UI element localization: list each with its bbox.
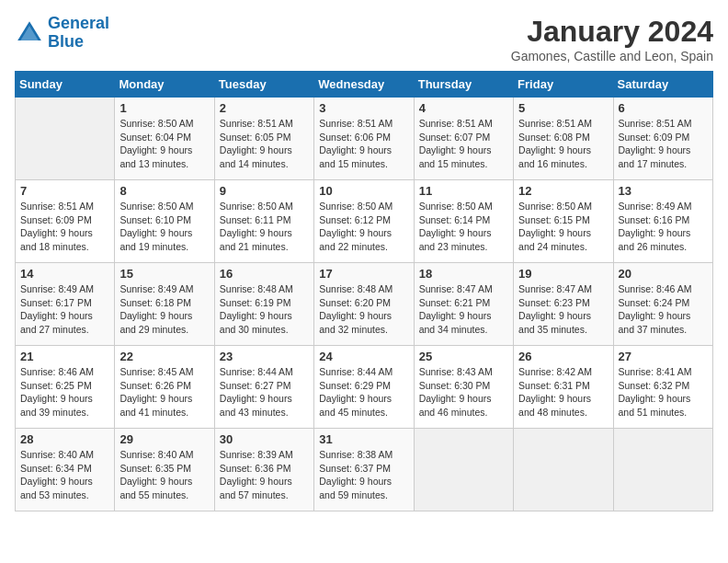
day-number: 23 (220, 350, 309, 363)
calendar-week-row: 28 Sunrise: 8:40 AM Sunset: 6:34 PM Dayl… (16, 429, 713, 511)
table-row: 23 Sunrise: 8:44 AM Sunset: 6:27 PM Dayl… (214, 346, 313, 429)
sunset-text: Sunset: 6:12 PM (319, 213, 408, 227)
table-row: 5 Sunrise: 8:51 AM Sunset: 6:08 PM Dayli… (514, 98, 613, 180)
daylight-text: Daylight: 9 hours and 14 minutes. (220, 144, 309, 170)
sunrise-text: Sunrise: 8:39 AM (220, 448, 309, 462)
table-row: 22 Sunrise: 8:45 AM Sunset: 6:26 PM Dayl… (115, 346, 214, 429)
day-number: 5 (518, 101, 608, 115)
cell-info: Sunrise: 8:38 AM Sunset: 6:37 PM Dayligh… (319, 448, 408, 502)
sunset-text: Sunset: 6:17 PM (20, 296, 109, 310)
day-number: 1 (119, 101, 209, 115)
daylight-text: Daylight: 9 hours and 15 minutes. (319, 144, 408, 170)
sunrise-text: Sunrise: 8:51 AM (20, 200, 109, 213)
table-row: 6 Sunrise: 8:51 AM Sunset: 6:09 PM Dayli… (613, 98, 712, 180)
calendar-week-row: 21 Sunrise: 8:46 AM Sunset: 6:25 PM Dayl… (16, 346, 713, 429)
daylight-text: Daylight: 9 hours and 53 minutes. (20, 475, 109, 501)
sunrise-text: Sunrise: 8:51 AM (319, 117, 408, 131)
sunset-text: Sunset: 6:32 PM (619, 379, 708, 393)
daylight-text: Daylight: 9 hours and 51 minutes. (619, 392, 708, 419)
table-row (16, 98, 115, 180)
sunset-text: Sunset: 6:04 PM (119, 131, 209, 144)
col-tuesday: Tuesday (214, 72, 313, 98)
table-row: 27 Sunrise: 8:41 AM Sunset: 6:32 PM Dayl… (613, 346, 712, 429)
sunset-text: Sunset: 6:08 PM (518, 131, 608, 144)
daylight-text: Daylight: 9 hours and 23 minutes. (419, 226, 508, 253)
daylight-text: Daylight: 9 hours and 15 minutes. (419, 144, 508, 170)
sunset-text: Sunset: 6:09 PM (20, 213, 109, 227)
calendar-table: Sunday Monday Tuesday Wednesday Thursday… (15, 71, 713, 511)
day-number: 29 (119, 432, 209, 446)
day-number: 9 (220, 184, 309, 198)
sunset-text: Sunset: 6:07 PM (419, 131, 508, 144)
sunrise-text: Sunrise: 8:51 AM (419, 117, 508, 131)
logo: General Blue (15, 15, 109, 52)
table-row: 26 Sunrise: 8:42 AM Sunset: 6:31 PM Dayl… (514, 346, 613, 429)
table-row: 13 Sunrise: 8:49 AM Sunset: 6:16 PM Dayl… (613, 180, 712, 263)
sunset-text: Sunset: 6:34 PM (20, 462, 109, 476)
sunrise-text: Sunrise: 8:51 AM (518, 117, 608, 131)
day-number: 24 (319, 350, 408, 363)
sunrise-text: Sunrise: 8:49 AM (619, 200, 708, 213)
sunset-text: Sunset: 6:09 PM (619, 131, 708, 144)
day-number: 14 (20, 267, 109, 281)
day-number: 26 (518, 350, 608, 363)
daylight-text: Daylight: 9 hours and 48 minutes. (518, 392, 608, 419)
cell-info: Sunrise: 8:50 AM Sunset: 6:10 PM Dayligh… (119, 200, 209, 254)
sunrise-text: Sunrise: 8:50 AM (220, 200, 309, 213)
header-row: Sunday Monday Tuesday Wednesday Thursday… (16, 72, 713, 98)
cell-info: Sunrise: 8:44 AM Sunset: 6:29 PM Dayligh… (319, 365, 408, 419)
day-number: 22 (119, 350, 209, 363)
daylight-text: Daylight: 9 hours and 18 minutes. (20, 226, 109, 253)
daylight-text: Daylight: 9 hours and 46 minutes. (419, 392, 508, 419)
daylight-text: Daylight: 9 hours and 21 minutes. (220, 226, 309, 253)
sunset-text: Sunset: 6:15 PM (518, 213, 608, 227)
title-block: January 2024 Gamones, Castille and Leon,… (511, 15, 713, 63)
sunrise-text: Sunrise: 8:50 AM (419, 200, 508, 213)
table-row: 24 Sunrise: 8:44 AM Sunset: 6:29 PM Dayl… (314, 346, 414, 429)
cell-info: Sunrise: 8:51 AM Sunset: 6:08 PM Dayligh… (518, 117, 608, 171)
table-row (414, 429, 513, 511)
sunrise-text: Sunrise: 8:45 AM (119, 365, 209, 379)
table-row: 31 Sunrise: 8:38 AM Sunset: 6:37 PM Dayl… (314, 429, 414, 511)
cell-info: Sunrise: 8:45 AM Sunset: 6:26 PM Dayligh… (119, 365, 209, 419)
sunrise-text: Sunrise: 8:49 AM (119, 282, 209, 296)
day-number: 2 (220, 101, 309, 115)
sunset-text: Sunset: 6:25 PM (20, 379, 109, 393)
cell-info: Sunrise: 8:51 AM Sunset: 6:09 PM Dayligh… (20, 200, 109, 254)
cell-info: Sunrise: 8:40 AM Sunset: 6:35 PM Dayligh… (119, 448, 209, 502)
calendar-week-row: 7 Sunrise: 8:51 AM Sunset: 6:09 PM Dayli… (16, 180, 713, 263)
cell-info: Sunrise: 8:50 AM Sunset: 6:12 PM Dayligh… (319, 200, 408, 254)
table-row: 8 Sunrise: 8:50 AM Sunset: 6:10 PM Dayli… (115, 180, 214, 263)
table-row: 20 Sunrise: 8:46 AM Sunset: 6:24 PM Dayl… (613, 263, 712, 346)
cell-info: Sunrise: 8:42 AM Sunset: 6:31 PM Dayligh… (518, 365, 608, 419)
sunrise-text: Sunrise: 8:47 AM (518, 282, 608, 296)
cell-info: Sunrise: 8:49 AM Sunset: 6:17 PM Dayligh… (20, 282, 109, 337)
sunrise-text: Sunrise: 8:49 AM (20, 282, 109, 296)
table-row: 9 Sunrise: 8:50 AM Sunset: 6:11 PM Dayli… (214, 180, 313, 263)
sunrise-text: Sunrise: 8:48 AM (319, 282, 408, 296)
sunrise-text: Sunrise: 8:50 AM (319, 200, 408, 213)
day-number: 11 (419, 184, 508, 198)
cell-info: Sunrise: 8:48 AM Sunset: 6:20 PM Dayligh… (319, 282, 408, 337)
daylight-text: Daylight: 9 hours and 13 minutes. (119, 144, 209, 170)
cell-info: Sunrise: 8:51 AM Sunset: 6:07 PM Dayligh… (419, 117, 508, 171)
day-number: 10 (319, 184, 408, 198)
calendar-week-row: 14 Sunrise: 8:49 AM Sunset: 6:17 PM Dayl… (16, 263, 713, 346)
logo-icon (15, 18, 44, 48)
col-friday: Friday (514, 72, 613, 98)
sunset-text: Sunset: 6:27 PM (220, 379, 309, 393)
sunset-text: Sunset: 6:35 PM (119, 462, 209, 476)
cell-info: Sunrise: 8:50 AM Sunset: 6:04 PM Dayligh… (119, 117, 209, 171)
day-number: 16 (220, 267, 309, 281)
table-row: 3 Sunrise: 8:51 AM Sunset: 6:06 PM Dayli… (314, 98, 414, 180)
sunrise-text: Sunrise: 8:43 AM (419, 365, 508, 379)
sunset-text: Sunset: 6:18 PM (119, 296, 209, 310)
calendar-week-row: 1 Sunrise: 8:50 AM Sunset: 6:04 PM Dayli… (16, 98, 713, 180)
page-header: General Blue January 2024 Gamones, Casti… (15, 15, 713, 63)
table-row (613, 429, 712, 511)
day-number: 31 (319, 432, 408, 446)
sunset-text: Sunset: 6:21 PM (419, 296, 508, 310)
sunrise-text: Sunrise: 8:50 AM (518, 200, 608, 213)
cell-info: Sunrise: 8:50 AM Sunset: 6:14 PM Dayligh… (419, 200, 508, 254)
cell-info: Sunrise: 8:47 AM Sunset: 6:21 PM Dayligh… (419, 282, 508, 337)
